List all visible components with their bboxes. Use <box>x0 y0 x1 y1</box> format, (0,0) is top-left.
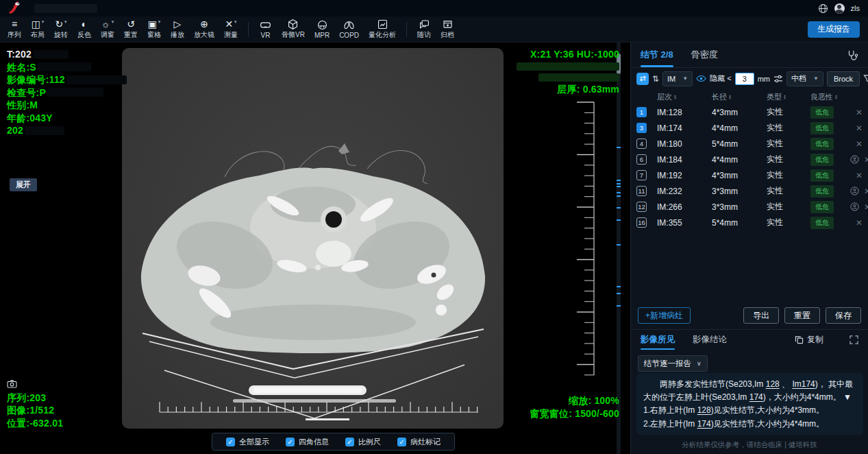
display-option-checkbox[interactable]: ✓四角信息 <box>286 437 329 447</box>
nodule-number-badge[interactable]: 16 <box>636 217 647 228</box>
image-link[interactable]: 128 <box>697 405 711 415</box>
delete-nodule-icon[interactable]: ✕ <box>856 108 863 117</box>
report-text-box[interactable]: 两肺多发实性结节(Se203,Im 128 、 Im174)， 其中最大的位于左… <box>636 373 863 435</box>
nodule-position-mark[interactable] <box>617 180 621 181</box>
column-header[interactable]: 层次▴▾ <box>657 92 712 102</box>
camera-icon[interactable] <box>7 379 17 388</box>
checkbox-icon[interactable]: ✓ <box>226 438 235 446</box>
toolbar-pane[interactable]: ▣▾窗格 <box>142 17 166 42</box>
nodule-row[interactable]: 11IM:2323*3mm实性低危✕ <box>631 183 868 199</box>
display-option-checkbox[interactable]: ✓病灶标记 <box>397 437 441 447</box>
copy-button[interactable]: 复制 <box>795 334 823 346</box>
delete-nodule-icon[interactable]: ✕ <box>856 139 863 149</box>
delete-nodule-icon[interactable]: ✕ <box>856 171 863 180</box>
toolbar-measure[interactable]: ✕▾测量 <box>219 17 243 42</box>
delete-nodule-icon[interactable]: ✕ <box>856 123 863 133</box>
nodule-row[interactable]: 16IM:3555*4mm实性低危✕ <box>631 215 868 230</box>
toolbar-layout[interactable]: ◫▾布局 <box>26 17 49 42</box>
toolbar-quant[interactable]: 量化分析 <box>364 17 401 42</box>
tab-conclusion[interactable]: 影像结论 <box>693 330 727 350</box>
nodule-row[interactable]: 4IM:1805*4mm实性低危✕ <box>631 136 868 152</box>
nodule-row[interactable]: 6IM:1844*4mm实性低危✕ <box>631 152 868 167</box>
expand-button[interactable]: 展开 <box>10 178 37 191</box>
toolbar-play[interactable]: ▷播放 <box>166 17 189 42</box>
column-header[interactable]: 良恶性▴▾ <box>810 92 850 102</box>
save-button[interactable]: 保存 <box>826 307 861 324</box>
toolbar-archive[interactable]: 归档 <box>436 17 459 42</box>
checkbox-icon[interactable]: ✓ <box>397 438 406 446</box>
checkbox-icon[interactable]: ✓ <box>345 438 354 446</box>
stethoscope-icon[interactable] <box>847 49 858 61</box>
delete-nodule-icon[interactable]: ✕ <box>864 202 868 212</box>
toolbar-bone-vr[interactable]: 骨骼VR <box>277 17 310 42</box>
toolbar-followup[interactable]: 随访 <box>412 17 436 42</box>
delete-nodule-icon[interactable]: ✕ <box>864 187 868 196</box>
display-option-checkbox[interactable]: ✓全部显示 <box>226 437 269 447</box>
reset-button[interactable]: 重置 <box>784 307 820 324</box>
toolbar-reset[interactable]: ↺重置 <box>119 17 142 42</box>
checkbox-icon[interactable]: ✓ <box>286 438 295 446</box>
nodule-position-mark[interactable] <box>617 244 621 246</box>
column-header[interactable]: 类型▴▾ <box>767 92 810 102</box>
display-option-checkbox[interactable]: ✓比例尺 <box>345 437 381 447</box>
slice-scrollbar[interactable] <box>617 43 621 454</box>
expand-fullscreen-icon[interactable] <box>850 335 858 344</box>
nodule-number-badge[interactable]: 4 <box>636 139 647 149</box>
tab-nodules[interactable]: 结节 2/8 <box>641 43 673 67</box>
layer-select[interactable]: IM▼ <box>662 71 693 86</box>
toolbar-invert[interactable]: ◐反色 <box>73 17 96 42</box>
grade-select[interactable]: 中档▼ <box>786 71 823 86</box>
generate-report-button[interactable]: 生成报告 <box>808 21 860 38</box>
image-link[interactable]: 174 <box>697 419 711 429</box>
nodule-row[interactable]: 12IM:2663*3mm实性低危✕ <box>631 199 868 215</box>
image-link[interactable]: 174 <box>749 392 763 402</box>
toolbar-mpr[interactable]: MPR <box>310 17 334 42</box>
ct-image[interactable] <box>122 48 504 429</box>
nodule-row[interactable]: 7IM:1924*3mm实性低危✕ <box>631 167 868 183</box>
ct-viewport[interactable]: T:202姓名:S影像编号:112检查号:P性别:M年龄:043Y202 X:2… <box>0 43 630 454</box>
report-type-select[interactable]: 结节逐一报告 ∨ <box>638 355 708 372</box>
nodule-position-mark[interactable] <box>617 195 621 197</box>
column-header[interactable]: 长径▴▾ <box>712 92 767 102</box>
tab-bone-density[interactable]: 骨密度 <box>691 43 718 67</box>
nodule-position-mark[interactable] <box>617 286 621 287</box>
nodule-number-badge[interactable]: 1 <box>636 107 647 117</box>
nodule-row[interactable]: 3IM:1744*4mm实性低危✕ <box>631 120 868 136</box>
delete-nodule-icon[interactable]: ✕ <box>856 218 863 228</box>
nodule-position-mark[interactable] <box>617 186 621 187</box>
toolbar-sequence[interactable]: ≡序列 <box>3 17 26 42</box>
eye-icon[interactable] <box>696 73 706 84</box>
user-avatar[interactable] <box>834 3 845 14</box>
toolbar-magnifier[interactable]: ⊕放大镜 <box>189 17 219 42</box>
tab-findings[interactable]: 影像所见 <box>641 330 675 350</box>
nodule-position-mark[interactable] <box>617 305 621 307</box>
nodule-row[interactable]: 1IM:1284*3mm实性低危✕ <box>631 104 868 120</box>
nodule-position-mark[interactable] <box>617 183 621 184</box>
toolbar-copd[interactable]: COPD <box>334 17 364 42</box>
nodule-position-mark[interactable] <box>617 207 621 208</box>
nodule-number-badge[interactable]: 12 <box>636 202 647 212</box>
add-lesion-button[interactable]: +新增病灶 <box>638 307 691 324</box>
brock-model-button[interactable]: Brock <box>827 71 860 86</box>
toolbar-window[interactable]: ☼▾调窗 <box>96 17 119 42</box>
hide-threshold-input[interactable] <box>735 73 754 85</box>
nodule-number-badge[interactable]: 7 <box>636 170 647 180</box>
transfer-toggle-icon[interactable]: ⇄ <box>636 73 649 85</box>
sort-order-icon[interactable]: ⇅ <box>652 74 659 84</box>
image-link[interactable]: Im174 <box>792 379 815 389</box>
nodule-number-badge[interactable]: 11 <box>636 186 647 196</box>
image-link[interactable]: 128 <box>766 379 780 389</box>
globe-icon[interactable] <box>818 3 828 14</box>
toolbar-rotate[interactable]: ↻▾旋转 <box>49 17 73 42</box>
sliders-icon[interactable] <box>773 74 783 84</box>
nodule-number-badge[interactable]: 6 <box>636 154 647 165</box>
toolbar-vr[interactable]: VR <box>254 17 277 42</box>
nodule-position-mark[interactable] <box>617 192 621 193</box>
export-button[interactable]: 导出 <box>743 307 779 324</box>
nodule-position-mark[interactable] <box>617 147 621 148</box>
nodule-position-mark[interactable] <box>617 219 621 221</box>
filter-funnel-icon[interactable] <box>863 74 868 83</box>
nodule-number-badge[interactable]: 3 <box>636 123 647 133</box>
nodule-position-mark[interactable] <box>617 293 621 294</box>
delete-nodule-icon[interactable]: ✕ <box>864 155 868 165</box>
